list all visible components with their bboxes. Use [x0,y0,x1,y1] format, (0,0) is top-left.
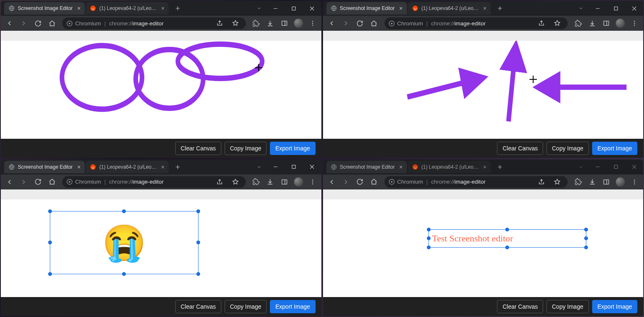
clear-canvas-button[interactable]: Clear Canvas [175,142,221,155]
profile-avatar[interactable] [292,176,305,188]
reload-button[interactable] [354,176,366,188]
tab-image-editor[interactable]: Screenshot Image Editor × [4,2,85,15]
maximize-button[interactable] [285,161,303,173]
tab-image-editor[interactable]: Screenshot Image Editor × [326,161,407,173]
site-info-icon[interactable]: Chromium [389,179,423,185]
canvas[interactable]: 😭 [1,199,321,297]
bookmark-icon[interactable] [551,176,563,188]
maximize-button[interactable] [285,2,303,15]
back-button[interactable] [326,176,338,188]
selection-box[interactable]: 😭 [50,211,198,274]
selection-box[interactable]: Test Screenshot editor [429,229,586,248]
close-icon[interactable]: × [77,5,81,12]
tab-reddit[interactable]: (1) Leopeva64-2 (u/Leopeva64-2) × [408,2,491,15]
profile-avatar[interactable] [292,17,305,29]
share-icon[interactable] [535,17,548,29]
copy-image-button[interactable]: Copy Image [546,142,588,155]
maximize-button[interactable] [607,161,625,173]
canvas[interactable] [1,41,321,139]
forward-button[interactable] [17,17,30,29]
minimize-button[interactable] [267,161,285,173]
reload-button[interactable] [354,17,366,29]
back-button[interactable] [3,176,16,188]
extensions-icon[interactable] [572,176,584,188]
forward-button[interactable] [340,17,352,29]
close-window-button[interactable] [625,161,643,173]
site-info-icon[interactable]: Chromium [389,20,423,27]
new-tab-button[interactable] [494,161,506,173]
close-icon[interactable]: × [483,164,487,170]
tab-reddit[interactable]: (1) Leopeva64-2 (u/Leopeva64-2) × [408,161,491,173]
menu-icon[interactable] [628,17,641,29]
home-button[interactable] [368,176,380,188]
tab-reddit[interactable]: (1) Leopeva64-2 (u/Leopeva64-2) × [86,161,169,173]
tab-image-editor[interactable]: Screenshot Image Editor × [326,2,407,15]
minimize-button[interactable] [267,2,285,15]
close-icon[interactable]: × [399,5,403,12]
minimize-button[interactable] [588,161,607,173]
share-icon[interactable] [213,17,226,29]
extensions-icon[interactable] [250,17,262,29]
chevron-down-icon[interactable] [252,161,267,173]
download-icon[interactable] [586,17,598,29]
forward-button[interactable] [340,176,352,188]
address-bar[interactable]: Chromium | chrome://image-editor [384,176,568,188]
close-icon[interactable]: × [161,5,164,12]
forward-button[interactable] [17,176,30,188]
bookmark-icon[interactable] [229,17,242,29]
share-icon[interactable] [213,176,226,188]
side-panel-icon[interactable] [600,176,612,188]
address-bar[interactable]: Chromium | chrome://image-editor [384,17,568,29]
close-window-button[interactable] [303,2,321,15]
export-image-button[interactable]: Export Image [592,300,637,313]
close-icon[interactable]: × [399,164,403,170]
canvas[interactable]: Test Screenshot editor [323,199,644,297]
download-icon[interactable] [264,176,277,188]
side-panel-icon[interactable] [278,176,291,188]
menu-icon[interactable] [306,176,319,188]
export-image-button[interactable]: Export Image [270,300,315,313]
extensions-icon[interactable] [572,17,584,29]
tab-reddit[interactable]: (1) Leopeva64-2 (u/Leopeva64-2) × [86,2,169,15]
chevron-down-icon[interactable] [252,2,267,15]
chevron-down-icon[interactable] [573,2,588,15]
new-tab-button[interactable] [172,161,184,173]
side-panel-icon[interactable] [278,17,291,29]
export-image-button[interactable]: Export Image [592,142,637,155]
canvas[interactable] [323,41,644,139]
back-button[interactable] [326,17,338,29]
side-panel-icon[interactable] [600,17,612,29]
close-icon[interactable]: × [483,5,487,12]
home-button[interactable] [46,176,58,188]
download-icon[interactable] [586,176,598,188]
reload-button[interactable] [32,176,44,188]
clear-canvas-button[interactable]: Clear Canvas [497,300,543,313]
share-icon[interactable] [535,176,548,188]
home-button[interactable] [46,17,58,29]
tab-image-editor[interactable]: Screenshot Image Editor × [4,161,85,173]
extensions-icon[interactable] [250,176,262,188]
home-button[interactable] [368,17,380,29]
site-info-icon[interactable]: Chromium [66,179,101,185]
clear-canvas-button[interactable]: Clear Canvas [497,142,543,155]
close-window-button[interactable] [625,2,643,15]
bookmark-icon[interactable] [551,17,563,29]
chevron-down-icon[interactable] [573,161,588,173]
download-icon[interactable] [264,17,277,29]
menu-icon[interactable] [306,17,319,29]
maximize-button[interactable] [607,2,625,15]
minimize-button[interactable] [588,2,607,15]
reload-button[interactable] [32,17,44,29]
new-tab-button[interactable] [494,2,506,14]
copy-image-button[interactable]: Copy Image [546,300,588,313]
copy-image-button[interactable]: Copy Image [225,142,267,155]
close-icon[interactable]: × [77,164,81,170]
text-annotation[interactable]: Test Screenshot editor [432,233,513,244]
new-tab-button[interactable] [172,2,184,14]
profile-avatar[interactable] [614,17,627,29]
back-button[interactable] [3,17,16,29]
address-bar[interactable]: Chromium | chrome://image-editor [62,176,246,188]
clear-canvas-button[interactable]: Clear Canvas [175,300,221,313]
bookmark-icon[interactable] [229,176,242,188]
address-bar[interactable]: Chromium | chrome://image-editor [62,17,246,29]
